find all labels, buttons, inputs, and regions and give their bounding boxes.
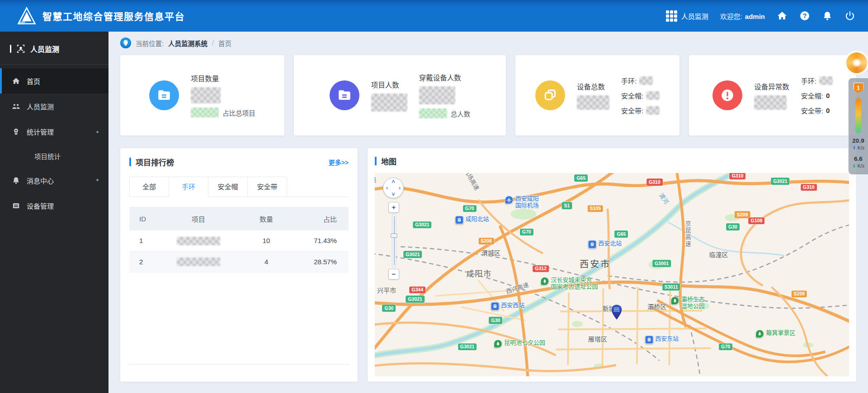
welcome-text: 欢迎您:admin xyxy=(720,11,765,21)
poi-label: 西安东站 xyxy=(655,336,679,342)
network-speed-widget[interactable]: 1 20.9 ⬆ K/s 6.6 ⬇ K/s xyxy=(848,78,868,175)
sidebar-item-label: 首页 xyxy=(27,76,40,86)
train-station-icon xyxy=(588,240,596,248)
title-accent-bar xyxy=(129,158,131,166)
poi-label: 西安咸阳国际机场 xyxy=(515,196,539,209)
poi-label: 簸箕掌景区 xyxy=(766,329,795,336)
sidebar: 人员监测 首页人员监测统计管理▲项目统计消息中心▼设备管理 xyxy=(0,32,108,393)
road-badge: G108 xyxy=(749,217,765,225)
zoom-slider-handle[interactable] xyxy=(391,234,397,238)
sidebar-item-消息中心[interactable]: 消息中心▼ xyxy=(0,168,108,193)
table-row[interactable]: 2428.57% xyxy=(129,251,349,272)
road-badge: S1 xyxy=(561,202,572,209)
location-pin-icon xyxy=(120,37,131,48)
grid-icon xyxy=(666,10,677,22)
map-city-label: 西安市 xyxy=(580,257,611,270)
map-poi-簸箕掌景区[interactable]: 簸箕掌景区 xyxy=(755,329,795,338)
stat-title: 穿戴设备人数 xyxy=(419,72,471,82)
ranking-tab-全部[interactable]: 全部 xyxy=(129,177,169,196)
map-panel: 地图 xyxy=(368,148,856,382)
road-badge: G344 xyxy=(410,286,426,294)
column-header: 占比 xyxy=(294,207,349,230)
sidebar-item-设备管理[interactable]: 设备管理 xyxy=(0,193,108,218)
kv-label: 安全帽: xyxy=(621,91,643,100)
sidebar-section-header: 人员监测 xyxy=(0,32,108,65)
poi-label: 咸阳北站 xyxy=(466,215,489,222)
map-poi-咸阳北站[interactable]: 咸阳北站 xyxy=(455,215,489,224)
map-pan-control[interactable]: ˄˅‹› xyxy=(383,178,404,198)
kv-label: 安全帽: xyxy=(801,91,823,100)
road-badge: G3021 xyxy=(403,251,422,258)
table-row[interactable]: 11071.43% xyxy=(129,230,349,251)
redacted-value xyxy=(646,91,660,100)
map-poi-西安咸阳[interactable]: 西安咸阳国际机场 xyxy=(505,196,539,209)
shield-alert-icon[interactable]: 1 xyxy=(854,83,863,94)
home-icon[interactable] xyxy=(777,10,788,21)
alert-icon xyxy=(712,80,742,110)
road-badge: G3021 xyxy=(413,221,432,229)
map-poi-灞桥生态[interactable]: 灞桥生态湿地公园 xyxy=(671,296,705,310)
map-poi-西安东站[interactable]: 西安东站 xyxy=(645,336,679,344)
map-poi-西安北站[interactable]: 西安北站 xyxy=(588,240,622,248)
ranking-tab-安全帽[interactable]: 安全帽 xyxy=(208,177,248,196)
ranking-tab-手环[interactable]: 手环 xyxy=(169,177,208,196)
sidebar-subitem-项目统计[interactable]: 项目统计 xyxy=(0,144,108,168)
power-icon[interactable] xyxy=(844,10,855,21)
breadcrumb-root[interactable]: 人员监测系统 xyxy=(168,38,208,48)
brand: 智慧工地综合管理服务信息平台 xyxy=(17,7,185,25)
ranking-title: 项目排行榜 xyxy=(136,156,329,168)
road-badge: G3001 xyxy=(652,260,671,267)
poi-label: 灞桥生态湿地公园 xyxy=(681,296,705,310)
road-badge: G65 xyxy=(615,230,628,238)
download-speed: 6.6 ⬇ K/s xyxy=(852,156,864,169)
card-device-abnormal: 设备异常数 手环: 安全帽:0 安全带:0 xyxy=(689,55,856,136)
map-poi-汉长安城未央宫[interactable]: 汉长安城未央宫国家考古遗址公园 xyxy=(541,277,598,290)
device-icon xyxy=(12,201,20,210)
title-accent-bar xyxy=(375,157,377,165)
card-project-count: 项目数量 占比总项目 xyxy=(120,55,284,136)
sidebar-item-统计管理[interactable]: 统计管理▲ xyxy=(0,119,108,144)
sidebar-item-人员监测[interactable]: 人员监测 xyxy=(0,94,108,119)
redacted-value xyxy=(754,95,787,110)
help-icon[interactable]: ? xyxy=(799,10,810,21)
road-badge: G30 xyxy=(726,223,740,230)
chevron-up-icon: ▲ xyxy=(95,129,99,134)
redacted-value xyxy=(191,87,221,103)
zoom-in-button[interactable]: + xyxy=(388,202,399,213)
sidebar-item-label: 统计管理 xyxy=(27,127,54,136)
ranking-tab-安全带[interactable]: 安全带 xyxy=(247,177,287,196)
kv-value: 0 xyxy=(826,92,830,99)
module-switcher[interactable]: 人员监测 xyxy=(666,10,708,22)
poi-label: 昆明池七夕公园 xyxy=(504,340,545,346)
stat-title: 项目人数 xyxy=(371,80,407,89)
folder-icon xyxy=(330,80,359,110)
road-badge: G70 xyxy=(719,343,732,351)
stats-icon xyxy=(12,127,20,136)
security-suite-logo-icon[interactable] xyxy=(846,52,867,73)
bell-icon[interactable] xyxy=(822,10,833,21)
map-poi-西安西站[interactable]: 西安西站 xyxy=(491,302,524,310)
redacted-value xyxy=(419,86,455,104)
cell-ratio: 28.57% xyxy=(294,251,349,272)
breadcrumb-current[interactable]: 首页 xyxy=(218,38,231,48)
redacted-value xyxy=(371,94,407,112)
map-city-label: 临潼区 xyxy=(709,250,728,259)
sidebar-item-label: 设备管理 xyxy=(27,201,54,211)
map-poi-昆明池七夕公园[interactable]: 昆明池七夕公园 xyxy=(494,340,545,348)
road-badge: S208 xyxy=(478,238,494,245)
module-label: 人员监测 xyxy=(681,11,708,21)
zoom-out-button[interactable]: − xyxy=(388,269,399,280)
sidebar-item-首页[interactable]: 首页 xyxy=(0,68,108,94)
copy-icon xyxy=(535,80,565,110)
more-link[interactable]: 更多>> xyxy=(329,158,349,167)
cell-ratio: 71.43% xyxy=(294,230,349,251)
chevron-down-icon: ▼ xyxy=(95,178,99,182)
map-roads-layer xyxy=(375,173,849,376)
road-badge: G310 xyxy=(730,173,746,180)
sidebar-menu: 首页人员监测统计管理▲项目统计消息中心▼设备管理 xyxy=(0,65,108,218)
zoom-slider[interactable] xyxy=(392,214,396,267)
map-canvas[interactable]: G70G3021S208G3021G344G3021G30G30G3021G31… xyxy=(375,173,849,376)
project-location-pin[interactable] xyxy=(611,304,623,320)
redacted-ratio xyxy=(191,108,219,117)
redacted-ratio xyxy=(419,108,447,118)
